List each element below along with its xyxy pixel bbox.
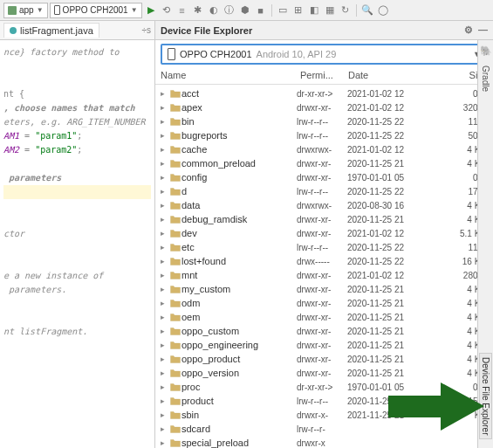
file-row[interactable]: ▸common_preloaddrwxr-xr-2020-11-25 214 K… bbox=[155, 156, 493, 170]
file-row[interactable]: ▸oppo_customdrwxr-xr-2020-11-25 214 KB bbox=[155, 324, 493, 338]
file-row[interactable]: ▸odmdrwxr-xr-2020-11-25 214 KB bbox=[155, 296, 493, 310]
file-columns-header[interactable]: Name Permi... Date Size bbox=[155, 68, 493, 85]
file-perm: lrw-r--r-- bbox=[297, 243, 347, 252]
file-row[interactable]: ▸etclrw-r--r--2020-11-25 2211 B bbox=[155, 240, 493, 254]
split-indicator[interactable]: ÷s bbox=[142, 25, 155, 35]
col-date[interactable]: Date bbox=[348, 70, 427, 80]
debug-icon[interactable]: ✱ bbox=[191, 3, 205, 17]
expand-icon[interactable]: ▸ bbox=[161, 410, 169, 419]
col-name[interactable]: Name bbox=[161, 70, 300, 80]
expand-icon[interactable]: ▸ bbox=[161, 271, 169, 279]
runconfig-selector[interactable]: OPPO CPH2001 ▼ bbox=[50, 3, 142, 18]
layout-inspector-icon[interactable]: ◧ bbox=[307, 3, 321, 17]
expand-icon[interactable]: ▸ bbox=[161, 159, 169, 168]
expand-icon[interactable]: ▸ bbox=[161, 383, 169, 391]
file-row[interactable]: ▸mntdrwxr-xr-2021-01-02 12280 B bbox=[155, 268, 493, 282]
file-row[interactable]: ▸cachedrwxrwx-2021-01-02 124 KB bbox=[155, 142, 493, 156]
expand-icon[interactable]: ▸ bbox=[161, 424, 169, 433]
editor-tabs: listFragment.java ÷s bbox=[0, 21, 155, 39]
file-row[interactable]: ▸debug_ramdiskdrwxr-xr-2020-11-25 214 KB bbox=[155, 212, 493, 226]
file-date: 2020-11-25 22 bbox=[347, 131, 424, 141]
apply-code-icon[interactable]: ≡ bbox=[175, 3, 189, 17]
sdk-icon[interactable]: ⊞ bbox=[291, 3, 305, 17]
profile-icon[interactable]: ⓘ bbox=[223, 3, 236, 17]
expand-icon[interactable]: ▸ bbox=[161, 438, 169, 447]
file-row[interactable]: ▸lost+founddrwx-----2020-11-25 2216 KB bbox=[155, 254, 493, 268]
apply-changes-icon[interactable]: ⟲ bbox=[160, 3, 174, 17]
chevron-down-icon: ▼ bbox=[131, 6, 138, 14]
file-name: lost+found bbox=[181, 256, 297, 266]
file-row[interactable]: ▸datadrwxrwx-2020-08-30 164 KB bbox=[155, 198, 493, 212]
run-icon[interactable]: ▶ bbox=[144, 3, 158, 17]
file-row[interactable]: ▸special_preloaddrwxr-x bbox=[155, 436, 493, 448]
expand-icon[interactable]: ▸ bbox=[161, 201, 169, 210]
file-row[interactable]: ▸apexdrwxr-xr-2021-01-02 12320 B bbox=[155, 100, 493, 114]
gear-icon[interactable]: ⚙ bbox=[464, 24, 473, 36]
expand-icon[interactable]: ▸ bbox=[161, 117, 169, 126]
expand-icon[interactable]: ▸ bbox=[161, 131, 169, 140]
expand-icon[interactable]: ▸ bbox=[161, 187, 169, 196]
expand-icon[interactable]: ▸ bbox=[161, 215, 169, 224]
chevron-down-icon: ▼ bbox=[37, 6, 44, 14]
expand-icon[interactable]: ▸ bbox=[161, 285, 169, 293]
elephant-icon[interactable]: 🐘 bbox=[480, 45, 492, 57]
file-row[interactable]: ▸dlrw-r--r--2020-11-25 2217 B bbox=[155, 184, 493, 198]
file-name: odm bbox=[181, 298, 297, 308]
file-perm: drwxr-x bbox=[297, 438, 347, 448]
col-perm[interactable]: Permi... bbox=[300, 70, 348, 80]
expand-icon[interactable]: ▸ bbox=[161, 257, 169, 265]
code-editor[interactable]: nce} factory method to nt { , choose nam… bbox=[0, 40, 155, 448]
expand-icon[interactable]: ▸ bbox=[161, 103, 169, 112]
expand-icon[interactable]: ▸ bbox=[161, 396, 169, 405]
file-date: 2020-11-25 21 bbox=[347, 215, 424, 224]
main-toolbar: app ▼ OPPO CPH2001 ▼ ▶ ⟲ ≡ ✱ ◐ ⓘ ⬢ ■ ▭ ⊞… bbox=[0, 0, 493, 21]
search-icon[interactable]: 🔍 bbox=[360, 3, 374, 17]
file-name: data bbox=[181, 200, 297, 210]
expand-icon[interactable]: ▸ bbox=[161, 369, 169, 377]
file-row[interactable]: ▸devdrwxr-xr-2021-01-02 125.1 KB bbox=[155, 226, 493, 240]
hide-icon[interactable]: — bbox=[478, 24, 488, 36]
file-name: oppo_version bbox=[181, 368, 297, 378]
expand-icon[interactable]: ▸ bbox=[161, 327, 169, 335]
file-date: 2020-11-25 22 bbox=[347, 117, 424, 127]
expand-icon[interactable]: ▸ bbox=[161, 145, 169, 154]
file-row[interactable]: ▸oppo_versiondrwxr-xr-2020-11-25 214 KB bbox=[155, 366, 493, 380]
expand-icon[interactable]: ▸ bbox=[161, 243, 169, 252]
file-date: 2021-01-02 12 bbox=[347, 145, 424, 155]
attach-icon[interactable]: ⬢ bbox=[238, 3, 252, 17]
sync-icon[interactable]: ↻ bbox=[339, 3, 353, 17]
user-icon[interactable]: ◯ bbox=[376, 3, 390, 17]
folder-icon bbox=[169, 424, 181, 433]
file-row[interactable]: ▸acctdr-xr-xr->2021-01-02 120 B bbox=[155, 86, 493, 100]
expand-icon[interactable]: ▸ bbox=[161, 299, 169, 307]
expand-icon[interactable]: ▸ bbox=[161, 341, 169, 349]
file-row[interactable]: ▸oemdrwxr-xr-2020-11-25 214 KB bbox=[155, 310, 493, 324]
file-date: 2020-11-25 22 bbox=[347, 187, 424, 196]
gradle-tab[interactable]: Gradle bbox=[481, 65, 490, 92]
module-selector[interactable]: app ▼ bbox=[3, 3, 48, 18]
expand-icon[interactable]: ▸ bbox=[161, 173, 169, 182]
expand-icon[interactable]: ▸ bbox=[161, 313, 169, 321]
file-row[interactable]: ▸oppo_productdrwxr-xr-2020-11-25 214 KB bbox=[155, 352, 493, 366]
file-row[interactable]: ▸my_customdrwxr-xr-2020-11-25 214 KB bbox=[155, 282, 493, 296]
folder-icon bbox=[169, 89, 181, 98]
expand-icon[interactable]: ▸ bbox=[161, 89, 169, 98]
stop-icon[interactable]: ■ bbox=[254, 3, 268, 17]
file-row[interactable]: ▸oppo_engineeringdrwxr-xr-2020-11-25 214… bbox=[155, 338, 493, 352]
expand-icon[interactable]: ▸ bbox=[161, 355, 169, 363]
file-row[interactable]: ▸configdrwxr-xr-1970-01-01 050 B bbox=[155, 170, 493, 184]
file-name: proc bbox=[181, 382, 297, 392]
editor-tab[interactable]: listFragment.java bbox=[3, 23, 99, 38]
expand-icon[interactable]: ▸ bbox=[161, 229, 169, 238]
coverage-icon[interactable]: ◐ bbox=[207, 3, 221, 17]
folder-icon bbox=[169, 243, 181, 252]
file-row[interactable]: ▸bugreportslrw-r--r--2020-11-25 2250 B bbox=[155, 128, 493, 142]
resource-manager-icon[interactable]: ▦ bbox=[323, 3, 337, 17]
file-date: 2020-11-25 21 bbox=[347, 313, 424, 322]
avd-icon[interactable]: ▭ bbox=[276, 3, 290, 17]
file-perm: lrw-r--r- bbox=[297, 424, 347, 434]
file-row[interactable]: ▸binlrw-r--r--2020-11-25 2211 B bbox=[155, 114, 493, 128]
device-selector[interactable]: OPPO CPH2001 Android 10, API 29 ▼ bbox=[161, 44, 488, 65]
svg-marker-0 bbox=[388, 383, 484, 431]
toolbar-separator bbox=[271, 4, 272, 17]
